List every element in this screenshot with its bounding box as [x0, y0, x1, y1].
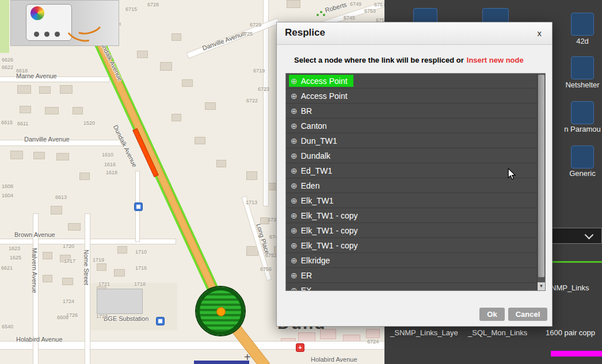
- building: [97, 263, 106, 271]
- house-number: 6724: [367, 339, 379, 344]
- house-number: 1625: [10, 255, 21, 260]
- node-list-item[interactable]: ⊕EX: [286, 283, 538, 291]
- resplice-dialog: Resplice x Select a node where the link …: [276, 22, 553, 327]
- application-window: Marne AvenueDanville AvenueDanville Aven…: [0, 0, 602, 364]
- house-number: 6719: [253, 68, 265, 74]
- device-tile[interactable]: [571, 145, 594, 168]
- dialog-title: Resplice: [285, 27, 325, 39]
- house-number: 6626: [2, 57, 13, 63]
- expand-node-icon[interactable]: ⊕: [291, 167, 298, 175]
- node-row-content: ⊕EX: [289, 284, 317, 291]
- splice-vault-node[interactable]: [196, 287, 245, 335]
- expand-node-icon[interactable]: ⊕: [291, 197, 298, 205]
- scroll-down-button[interactable]: ▼: [538, 282, 545, 290]
- node-list-item[interactable]: ⊕Dundalk: [286, 148, 538, 163]
- node-list-item[interactable]: ⊕Elk_TW1 - copy: [286, 238, 538, 253]
- expand-node-icon[interactable]: ⊕: [291, 182, 298, 190]
- node-row-content: ⊕ER: [289, 269, 318, 281]
- house-number: 6540: [2, 324, 13, 329]
- chevron-down-icon: [585, 231, 594, 240]
- node-row-content: ⊕Dun_TW1: [289, 135, 343, 147]
- scrollbar-thumb[interactable]: [538, 75, 544, 277]
- cancel-button[interactable]: Cancel: [508, 308, 547, 321]
- house-number: 1718: [134, 281, 146, 287]
- ok-button[interactable]: Ok: [479, 308, 505, 321]
- house-number: 1723: [96, 313, 108, 319]
- expand-node-icon[interactable]: ⊕: [291, 271, 298, 279]
- building: [97, 289, 143, 314]
- house-number: 6728: [147, 2, 159, 7]
- poi-glyph: [158, 319, 162, 323]
- expand-node-icon[interactable]: ⊕: [291, 122, 298, 130]
- node-label: Dundalk: [301, 151, 330, 160]
- dialog-buttons: Ok Cancel: [479, 308, 547, 321]
- dialog-titlebar[interactable]: Resplice x: [277, 22, 552, 45]
- street-label: Holabird Avenue: [16, 336, 63, 343]
- layer-item[interactable]: _SQL_Mon_Links: [468, 328, 527, 337]
- node-list-item[interactable]: ⊕Eden: [286, 178, 538, 193]
- expand-node-icon[interactable]: ⊕: [291, 152, 298, 160]
- layer-item[interactable]: 1600 pair copp: [546, 328, 595, 337]
- street-label: Danville Avenue: [201, 29, 246, 51]
- building: [43, 252, 52, 259]
- node-label: BR: [301, 106, 312, 116]
- layer-item[interactable]: _SNMP_Links_Laye: [390, 328, 458, 337]
- node-label: Elk_TW1 - copy: [301, 226, 358, 235]
- expand-node-icon[interactable]: ⊕: [291, 137, 298, 145]
- building: [216, 160, 226, 167]
- house-number: 6723: [258, 86, 269, 92]
- closure-port: [44, 32, 49, 37]
- house-number: 6615: [1, 120, 13, 125]
- insert-new-node-link[interactable]: Insert new node: [467, 56, 524, 64]
- building: [10, 151, 23, 159]
- node-label: Elk_TW1 - copy: [301, 211, 358, 220]
- close-icon[interactable]: x: [538, 28, 542, 38]
- node-list-item[interactable]: ⊕Elk_TW1: [286, 193, 538, 208]
- scrollbar[interactable]: ▼: [537, 74, 545, 290]
- expand-node-icon[interactable]: ⊕: [291, 286, 298, 292]
- house-number: 1616: [104, 162, 116, 167]
- building: [172, 114, 181, 121]
- node-list-item[interactable]: ⊕Access Point: [286, 89, 538, 104]
- node-list-item[interactable]: ⊕Canton: [286, 118, 538, 133]
- node-list-item[interactable]: ⊕Elk_TW1 - copy: [286, 223, 538, 238]
- expand-node-icon[interactable]: ⊕: [291, 212, 298, 220]
- node-list-item[interactable]: ⊕ER: [286, 268, 538, 283]
- node-list-item[interactable]: ⊕Ed_TW1: [286, 163, 538, 178]
- vendor-logo: [31, 6, 44, 20]
- paw-print-icon: [317, 14, 319, 16]
- street-label: BGE Substation: [104, 315, 148, 322]
- node-label: Canton: [301, 121, 327, 131]
- street-label: Holabird Avenue: [311, 356, 357, 363]
- device-tile[interactable]: [571, 13, 594, 36]
- house-number: 1719: [93, 257, 104, 263]
- device-tile[interactable]: [571, 101, 594, 124]
- house-number: 1717: [64, 258, 75, 264]
- node-row-content: ⊕Dundalk: [289, 150, 336, 162]
- map-attribution-bar: [194, 361, 249, 364]
- layer-item[interactable]: NMP_Links: [551, 283, 589, 292]
- expand-node-icon[interactable]: ⊕: [291, 107, 298, 115]
- building: [79, 173, 90, 180]
- road-segment: [85, 214, 90, 364]
- expand-node-icon[interactable]: ⊕: [291, 227, 298, 235]
- building: [17, 85, 31, 94]
- expand-node-icon[interactable]: ⊕: [291, 256, 298, 265]
- node-list-item[interactable]: ⊕BR: [286, 104, 538, 118]
- house-number: 1604: [2, 193, 13, 198]
- node-row-content: ⊕Access Point: [289, 90, 353, 102]
- node-list-item[interactable]: ⊕Access Point: [286, 74, 538, 89]
- node-list-item[interactable]: ⊕Elkridge: [286, 253, 538, 268]
- house-number: 1720: [63, 243, 74, 249]
- cable-color-swatch: [551, 351, 602, 357]
- node-listbox: ⊕Access Point⊕Access Point⊕BR⊕Canton⊕Dun…: [285, 73, 546, 291]
- expand-node-icon[interactable]: ⊕: [291, 77, 298, 85]
- dialog-prompt: Select a node where the link will be res…: [294, 56, 524, 64]
- node-list-item[interactable]: ⊕Elk_TW1 - copy: [286, 208, 538, 223]
- device-tile[interactable]: [571, 56, 594, 79]
- expand-node-icon[interactable]: ⊕: [291, 92, 298, 100]
- node-row-content: ⊕Canton: [289, 120, 333, 132]
- expand-node-icon[interactable]: ⊕: [291, 242, 298, 250]
- node-list-item[interactable]: ⊕Dun_TW1: [286, 133, 538, 148]
- node-row-content: ⊕Elk_TW1 - copy: [289, 209, 364, 221]
